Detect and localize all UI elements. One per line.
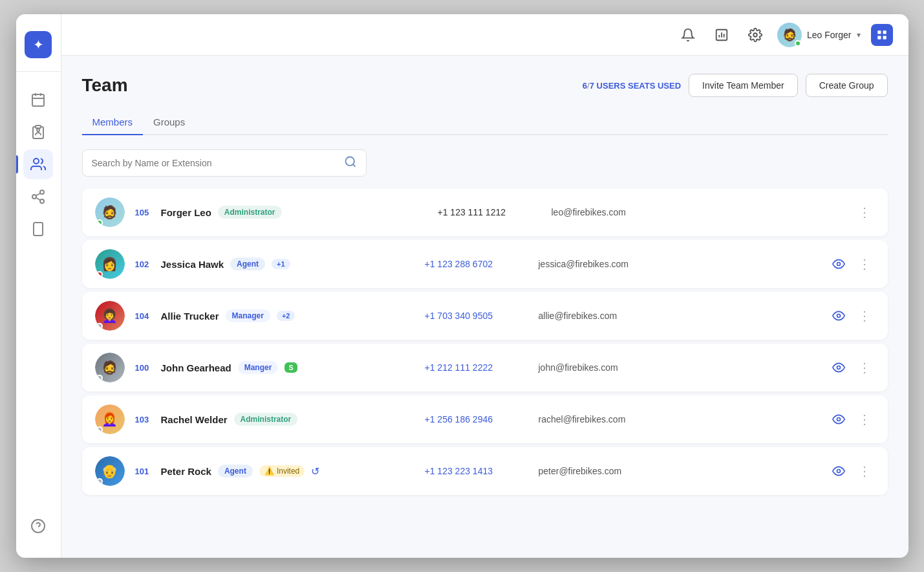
member-email: jessica@firebikes.com	[539, 259, 818, 269]
member-info: 100 John Gearhead Manger S	[135, 361, 414, 374]
table-row: 👩‍🦰 103 Rachel Welder Administrator +1 2…	[82, 395, 888, 443]
seats-total: 7	[590, 81, 594, 91]
invite-team-member-button[interactable]: Invite Team Member	[689, 74, 798, 97]
status-dot	[96, 271, 103, 278]
member-actions: ⋮	[828, 461, 875, 481]
table-row: 🧔 100 John Gearhead Manger S +1 212 111 …	[82, 344, 888, 391]
status-dot	[96, 478, 103, 485]
member-ext: 101	[135, 467, 155, 476]
role-badge: Administrator	[234, 413, 298, 426]
tab-members[interactable]: Members	[82, 110, 144, 135]
warning-icon: ⚠️	[264, 467, 274, 476]
member-ext: 100	[135, 363, 155, 373]
view-icon[interactable]	[828, 409, 849, 430]
sidebar-item-numbers[interactable]	[23, 214, 53, 244]
more-options-icon[interactable]: ⋮	[854, 461, 875, 481]
svg-point-19	[753, 33, 757, 37]
member-phone: +1 703 340 9505	[425, 311, 528, 321]
sidebar-nav	[23, 78, 53, 505]
role-badge: Manger	[238, 361, 279, 374]
view-icon[interactable]	[828, 461, 849, 481]
table-row: 👩 102 Jessica Hawk Agent +1 +1 123 288 6…	[82, 240, 888, 288]
member-email: leo@firebikes.com	[552, 207, 844, 217]
app-grid-icon[interactable]	[871, 24, 893, 46]
special-badge: S	[285, 362, 297, 373]
svg-point-10	[32, 195, 36, 199]
member-name: Forger Leo	[161, 207, 211, 218]
status-dot	[96, 375, 103, 381]
member-ext: 104	[135, 311, 155, 321]
settings-icon[interactable]	[744, 23, 767, 47]
user-menu[interactable]: 🧔 Leo Forger ▾	[777, 23, 860, 47]
tabs-row: Members Groups	[82, 110, 888, 135]
role-badge: Manager	[226, 309, 270, 322]
sidebar-item-team[interactable]	[23, 149, 53, 179]
member-phone: +1 123 111 1212	[438, 207, 541, 217]
refresh-icon[interactable]: ↺	[311, 465, 319, 478]
member-info: 104 Allie Trucker Manager +2	[135, 309, 414, 322]
role-badge: Administrator	[218, 206, 282, 219]
more-options-icon[interactable]: ⋮	[854, 305, 875, 326]
sidebar-item-phone[interactable]	[23, 85, 53, 115]
sidebar-item-help[interactable]	[23, 511, 53, 541]
more-options-icon[interactable]: ⋮	[854, 202, 875, 223]
svg-point-27	[837, 314, 840, 318]
avatar: 👩‍🦰	[95, 404, 125, 434]
user-name: Leo Forger	[807, 30, 851, 40]
more-options-icon[interactable]: ⋮	[854, 409, 875, 430]
extra-badge: +2	[277, 311, 295, 321]
member-name: Jessica Hawk	[161, 259, 224, 270]
tab-groups[interactable]: Groups	[143, 110, 195, 135]
status-dot	[96, 426, 103, 433]
page-title-actions: 6/7 USERS SEATS USED Invite Team Member …	[583, 74, 888, 97]
search-icon[interactable]	[344, 155, 357, 171]
members-list: 🧔 105 Forger Leo Administrator +1 123 11…	[82, 188, 888, 495]
avatar: 👴	[95, 456, 125, 486]
view-icon[interactable]	[828, 305, 849, 326]
view-icon[interactable]	[828, 357, 849, 378]
svg-line-25	[352, 164, 355, 166]
svg-point-28	[837, 366, 840, 369]
search-input[interactable]	[92, 158, 339, 168]
svg-point-11	[40, 199, 44, 203]
svg-rect-7	[36, 126, 41, 128]
member-email: allie@firebikes.com	[539, 311, 818, 321]
invited-label: Invited	[277, 467, 299, 476]
sidebar-item-contacts[interactable]	[23, 117, 53, 147]
member-email: john@firebikes.com	[539, 362, 818, 373]
avatar: 👩‍🦱	[95, 301, 125, 331]
svg-line-13	[36, 193, 41, 196]
notifications-icon[interactable]	[676, 23, 700, 47]
sidebar-logo: ✦	[16, 25, 61, 72]
role-badge: Agent	[218, 465, 253, 478]
status-dot	[96, 219, 103, 226]
svg-point-24	[345, 157, 354, 165]
member-actions: ⋮	[828, 357, 875, 378]
table-row: 🧔 105 Forger Leo Administrator +1 123 11…	[82, 188, 888, 236]
view-icon[interactable]	[828, 254, 849, 274]
svg-rect-21	[883, 30, 886, 34]
svg-rect-22	[877, 36, 881, 39]
more-options-icon[interactable]: ⋮	[854, 357, 875, 378]
top-header: 🧔 Leo Forger ▾	[61, 14, 908, 56]
svg-line-12	[36, 198, 41, 201]
create-group-button[interactable]: Create Group	[806, 74, 888, 97]
member-actions: ⋮	[828, 409, 875, 430]
member-actions: ⋮	[854, 202, 875, 223]
member-name: Rachel Welder	[161, 414, 228, 425]
svg-rect-0	[32, 94, 44, 106]
member-ext: 103	[135, 415, 155, 424]
seats-label: USERS SEATS USED	[597, 81, 682, 91]
member-ext: 102	[135, 259, 155, 269]
sidebar-item-integrations[interactable]	[23, 182, 53, 212]
seats-info: 6/7 USERS SEATS USED	[583, 81, 681, 91]
page-title: Team	[82, 75, 128, 96]
more-options-icon[interactable]: ⋮	[854, 254, 875, 274]
status-dot	[96, 323, 103, 329]
seats-used: 6	[583, 81, 587, 91]
member-info: 105 Forger Leo Administrator	[135, 206, 427, 219]
avatar: 🧔	[95, 197, 125, 227]
analytics-icon[interactable]	[710, 23, 733, 47]
member-email: rachel@firebikes.com	[539, 414, 818, 424]
svg-point-29	[837, 418, 840, 421]
